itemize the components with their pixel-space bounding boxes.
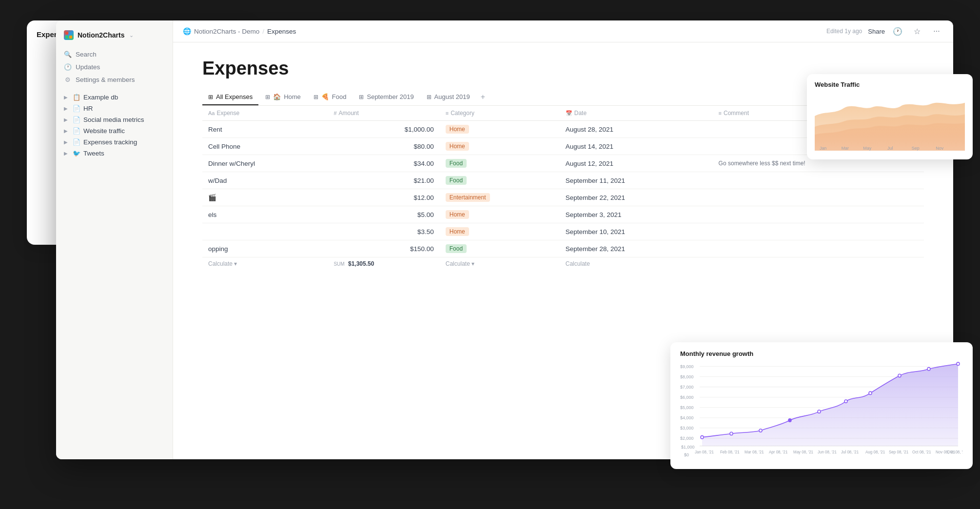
breadcrumb-workspace: Notion2Charts - Demo [194,28,259,35]
topbar: 🌐 Notion2Charts - Demo / Expenses Edited… [173,20,953,42]
more-button[interactable]: ··· [930,24,943,38]
page-icon: 📄 [73,116,80,123]
settings-label: Settings & members [76,76,135,83]
cell-amount: $1,000.00 [328,121,439,138]
svg-text:Dec 08, '21: Dec 08, '21 [947,450,963,454]
cell-comment [713,206,924,223]
tab-label: Home [284,93,301,100]
cell-expense: opping [202,240,328,257]
col-category: ≡Category [440,106,560,121]
table-row[interactable]: els $5.00 Home September 3, 2021 [202,206,924,223]
svg-text:$0: $0 [684,452,689,457]
revenue-chart: $9,000 $8,000 $7,000 $6,000 $5,000 $4,00… [680,361,963,459]
svg-text:Mar 08, '21: Mar 08, '21 [745,450,764,454]
cell-comment [713,240,924,257]
svg-text:$8,000: $8,000 [680,374,693,379]
sidebar-item-search[interactable]: 🔍 Search [60,48,169,60]
page-icon: 🐦 [73,150,80,157]
tab-home[interactable]: ⊞ 🏠 Home [259,89,307,105]
cell-category: Food [440,155,560,172]
sidebar-item-expenses-tracking[interactable]: ▶ 📄 Expenses tracking [60,137,169,148]
tab-emoji: 🍕 [321,93,329,100]
cell-category: Food [440,172,560,189]
col-amount: #Amount [328,106,439,121]
sidebar-item-tweets[interactable]: ▶ 🐦 Tweets [60,148,169,159]
svg-text:Feb 08, '21: Feb 08, '21 [720,450,740,454]
svg-rect-3 [69,36,72,39]
cell-date: August 28, 2021 [560,121,713,138]
sidebar-item-website-traffic[interactable]: ▶ 📄 Website traffic [60,125,169,137]
cell-date: September 10, 2021 [560,223,713,240]
calculate-btn-1[interactable]: Calculate ▾ [208,260,237,267]
calculate-btn-3[interactable]: Calculate [566,260,590,267]
cell-category: Entertainment [440,189,560,206]
cell-category: Food [440,240,560,257]
cell-expense: els [202,206,328,223]
sidebar-item-settings[interactable]: ⚙ Settings & members [60,73,169,86]
calculate-btn-2[interactable]: Calculate ▾ [446,260,474,267]
table-row[interactable]: 🎬 $12.00 Entertainment September 22, 202… [202,189,924,206]
sidebar-item-example-db[interactable]: ▶ 📋 Example db [60,92,169,103]
cell-category: Home [440,138,560,155]
arrow-icon: ▶ [64,117,70,122]
sidebar-item-updates[interactable]: 🕐 Updates [60,60,169,73]
svg-point-36 [898,374,901,377]
page-label: HR [83,105,93,112]
tab-icon: ⊞ [314,94,318,100]
tab-august-2019[interactable]: ⊞ August 2019 [421,89,476,105]
tab-all-expenses[interactable]: ⊞ All Expenses [202,89,258,105]
svg-text:May 08, '21: May 08, '21 [793,450,813,454]
svg-text:Apr 08, '21: Apr 08, '21 [769,450,788,454]
tab-label: August 2019 [434,93,470,100]
tab-icon: ⊞ [359,94,364,100]
page-label: Expenses tracking [83,138,137,146]
cell-date: September 22, 2021 [560,189,713,206]
table-row[interactable]: opping $150.00 Food September 28, 2021 [202,240,924,257]
sum-value: $1,305.50 [348,260,374,267]
table-row[interactable]: $3.50 Home September 10, 2021 [202,223,924,240]
svg-text:Jan 08, '21: Jan 08, '21 [695,450,714,454]
svg-text:Mar: Mar [842,145,849,151]
svg-text:Nov: Nov [936,145,943,151]
workspace-chevron: ⌄ [129,32,134,39]
workspace-header[interactable]: Notion2Charts ⌄ [56,26,173,44]
cell-amount: $21.00 [328,172,439,189]
breadcrumb-separator: / [262,28,264,35]
breadcrumb-icon: 🌐 [183,27,191,35]
cell-category: Home [440,206,560,223]
website-traffic-panel: Website Traffic [807,74,973,159]
sidebar: Notion2Charts ⌄ 🔍 Search 🕐 Updates ⚙ Set… [56,20,173,459]
table-row[interactable]: w/Dad $21.00 Food September 11, 2021 [202,172,924,189]
page-icon: 📋 [73,94,80,101]
sidebar-item-social-media[interactable]: ▶ 📄 Social media metrics [60,114,169,125]
tab-icon: ⊞ [208,94,213,100]
svg-text:Jan: Jan [820,145,826,151]
tab-label: September 2019 [367,93,413,100]
sidebar-item-hr[interactable]: ▶ 📄 HR [60,103,169,114]
svg-point-30 [730,432,733,435]
cell-expense [202,223,328,240]
page-icon: 📄 [73,138,80,146]
star-button[interactable]: ☆ [910,24,924,38]
tab-emoji: 🏠 [273,93,281,100]
cell-amount: $80.00 [328,138,439,155]
svg-text:Jul: Jul [887,145,893,151]
tab-september-2019[interactable]: ⊞ September 2019 [353,89,419,105]
tab-icon: ⊞ [265,94,270,100]
add-tab-button[interactable]: + [477,89,489,105]
col-date: 📅Date [560,106,713,121]
svg-text:$7,000: $7,000 [680,385,693,390]
clock-button[interactable]: 🕐 [891,24,904,38]
svg-text:Aug 08, '21: Aug 08, '21 [865,450,885,454]
website-traffic-chart: Jan Mar May Jul Sep Nov [815,92,965,151]
arrow-icon: ▶ [64,139,70,145]
svg-point-31 [759,429,762,432]
tab-food[interactable]: ⊞ 🍕 Food [308,89,353,105]
arrow-icon: ▶ [64,128,70,134]
cell-date: September 3, 2021 [560,206,713,223]
svg-text:$6,000: $6,000 [680,395,693,400]
svg-text:Jun 08, '21: Jun 08, '21 [818,450,837,454]
svg-point-38 [957,362,960,365]
cell-comment [713,172,924,189]
share-button[interactable]: Share [868,28,885,35]
